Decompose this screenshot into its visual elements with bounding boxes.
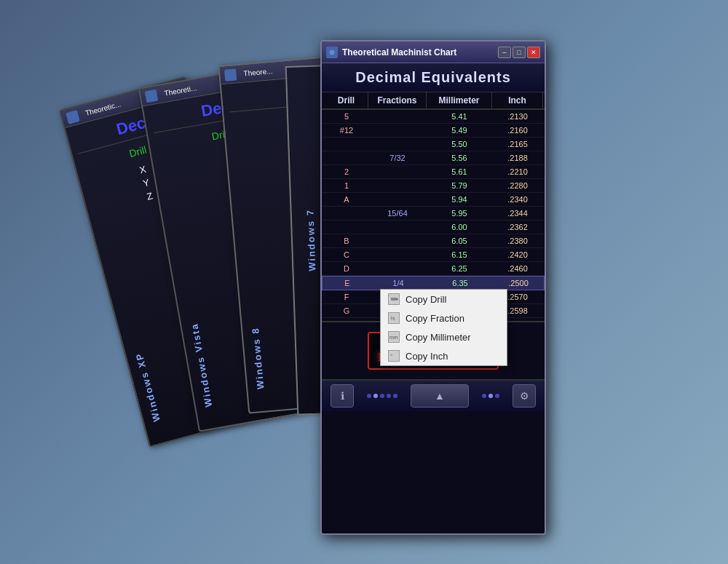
cell-fraction bbox=[368, 138, 427, 151]
cell-inch: .2130 bbox=[492, 110, 543, 123]
cell-drill bbox=[325, 138, 368, 151]
cell-inch: .2210 bbox=[492, 165, 543, 178]
maximize-button[interactable]: □ bbox=[513, 47, 526, 58]
svg-text:mm: mm bbox=[389, 335, 398, 340]
table-row[interactable]: D6.25.2460 bbox=[322, 262, 545, 276]
cell-mm: 5.94 bbox=[427, 193, 492, 206]
cell-inch: .2460 bbox=[492, 262, 543, 275]
cell-inch: .2165 bbox=[492, 138, 543, 151]
cell-inch: .2362 bbox=[492, 221, 543, 234]
cell-drill: 2 bbox=[325, 165, 368, 178]
table-row[interactable]: B6.05.2380 bbox=[322, 234, 545, 248]
cell-inch: .2344 bbox=[492, 207, 543, 220]
cell-fraction bbox=[368, 179, 427, 192]
dot-5 bbox=[393, 394, 397, 398]
cell-fraction: 15/64 bbox=[368, 207, 427, 220]
cell-fraction bbox=[368, 193, 427, 206]
cell-mm: 5.79 bbox=[427, 179, 492, 192]
cell-fraction bbox=[368, 221, 427, 234]
vista-icon bbox=[145, 89, 159, 103]
back-arrow-button[interactable]: ▲ bbox=[411, 384, 469, 408]
col-drill: Drill bbox=[325, 92, 368, 108]
cell-drill: C bbox=[325, 248, 368, 261]
cell-drill: #12 bbox=[325, 124, 368, 137]
de-header: Decimal Equivalents bbox=[322, 63, 545, 92]
context-item-inch[interactable]: "Copy Inch bbox=[381, 346, 507, 365]
cell-mm: 5.50 bbox=[427, 138, 492, 151]
main-title-text: Theoretical Machinist Chart bbox=[342, 47, 498, 57]
svg-marker-2 bbox=[397, 298, 398, 301]
info-button[interactable]: ℹ bbox=[331, 384, 354, 408]
cell-drill: D bbox=[325, 262, 368, 275]
table-row[interactable]: 55.41.2130 bbox=[322, 110, 545, 124]
cell-mm: 5.56 bbox=[427, 151, 492, 164]
dot-4 bbox=[387, 394, 391, 398]
table-row[interactable]: 5.50.2165 bbox=[322, 138, 545, 151]
context-item-fraction[interactable]: ½Copy Fraction bbox=[381, 309, 507, 327]
main-titlebar: Theoretical Machinist Chart – □ ✕ bbox=[322, 41, 545, 63]
xp-icon bbox=[66, 110, 80, 124]
cell-inch: .2160 bbox=[492, 124, 543, 137]
cell-drill: 5 bbox=[325, 110, 368, 123]
cell-inch: .2340 bbox=[492, 193, 543, 206]
cell-drill: B bbox=[325, 234, 368, 247]
table-row[interactable]: 15.79.2280 bbox=[322, 179, 545, 193]
dot-7 bbox=[488, 394, 493, 398]
cell-drill: F bbox=[325, 290, 368, 303]
context-icon-fraction: ½ bbox=[388, 312, 400, 324]
cell-mm: 5.61 bbox=[427, 165, 492, 178]
cell-fraction bbox=[368, 234, 427, 247]
context-menu: Copy Drill½Copy FractionmmCopy Millimete… bbox=[380, 289, 507, 366]
cell-fraction: 7/32 bbox=[368, 151, 427, 164]
context-icon-mm: mm bbox=[388, 331, 400, 343]
table-row[interactable]: C6.15.2420 bbox=[322, 248, 545, 262]
dot-2 bbox=[373, 394, 378, 398]
table-row[interactable]: #125.49.2160 bbox=[322, 124, 545, 138]
win8-icon bbox=[224, 68, 237, 81]
toolbar-dots-2 bbox=[482, 394, 499, 398]
cell-inch: .2188 bbox=[492, 151, 543, 164]
win8-os-label: Windows 8 bbox=[250, 327, 266, 390]
cell-inch: .2380 bbox=[492, 234, 543, 247]
gear-button[interactable]: ⚙ bbox=[513, 384, 536, 408]
svg-text:½: ½ bbox=[390, 315, 395, 322]
cell-inch: .2500 bbox=[493, 277, 544, 290]
col-millimeter: Millimeter bbox=[427, 92, 492, 108]
svg-rect-1 bbox=[391, 298, 397, 301]
cell-drill bbox=[325, 207, 368, 220]
dot-6 bbox=[482, 394, 486, 398]
context-label-inch: Copy Inch bbox=[405, 351, 448, 362]
table-row[interactable]: A5.94.2340 bbox=[322, 193, 545, 207]
main-window: Theoretical Machinist Chart – □ ✕ Decima… bbox=[320, 40, 546, 535]
close-button[interactable]: ✕ bbox=[527, 47, 540, 58]
context-item-drill[interactable]: Copy Drill bbox=[381, 290, 507, 309]
dot-8 bbox=[495, 394, 499, 398]
main-content: Decimal Equivalents Drill Fractions Mill… bbox=[322, 63, 545, 533]
table-row[interactable]: 7/325.56.2188 bbox=[322, 151, 545, 165]
cell-mm: 5.41 bbox=[427, 110, 492, 123]
minimize-button[interactable]: – bbox=[498, 47, 511, 58]
context-label-fraction: Copy Fraction bbox=[405, 313, 464, 324]
table-row[interactable]: 15/645.95.2344 bbox=[322, 207, 545, 221]
cell-mm: 6.00 bbox=[427, 221, 492, 234]
cell-fraction bbox=[368, 248, 427, 261]
cell-fraction bbox=[368, 124, 427, 137]
table-row[interactable]: E1/46.35.2500 bbox=[322, 276, 545, 290]
vista-os-label: Windows Vista bbox=[189, 322, 214, 408]
toolbar-dots bbox=[367, 394, 397, 398]
cell-drill: A bbox=[325, 193, 368, 206]
cell-mm: 5.95 bbox=[427, 207, 492, 220]
context-item-mm[interactable]: mmCopy Millimeter bbox=[381, 327, 507, 346]
cell-mm: 6.35 bbox=[427, 277, 493, 290]
dot-1 bbox=[367, 394, 371, 398]
context-label-drill: Copy Drill bbox=[405, 294, 446, 305]
cell-drill bbox=[325, 151, 368, 164]
cell-inch: .2280 bbox=[492, 179, 543, 192]
table-row[interactable]: 25.61.2210 bbox=[322, 165, 545, 179]
table-row[interactable]: 6.00.2362 bbox=[322, 221, 545, 234]
win7-os-label: Windows 7 bbox=[305, 209, 318, 271]
de-title: Decimal Equivalents bbox=[328, 69, 539, 86]
bottom-toolbar: ℹ ▲ ⚙ bbox=[322, 379, 545, 411]
context-label-mm: Copy Millimeter bbox=[405, 332, 471, 343]
col-fractions: Fractions bbox=[368, 92, 427, 108]
